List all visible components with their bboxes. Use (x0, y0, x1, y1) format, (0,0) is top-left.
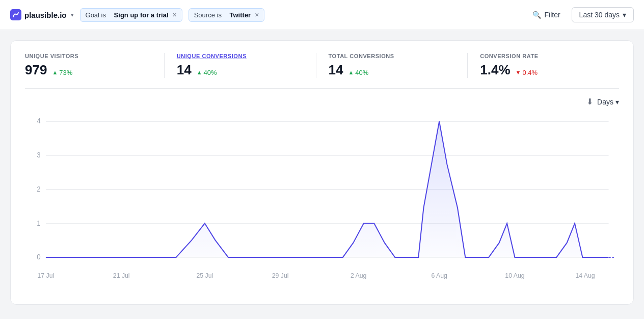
logo[interactable]: plausible.io ▾ (10, 9, 74, 20)
filter-button[interactable]: 🔍 Filter (527, 8, 565, 22)
unique-visitors-stat: UNIQUE VISITORS 979 ▲ 73% (25, 53, 164, 78)
unique-conversions-change-value: 40% (204, 69, 217, 76)
total-conversions-value-row: 14 ▲ 40% (329, 62, 455, 78)
date-range-button[interactable]: Last 30 days ▾ (572, 7, 634, 22)
chart-toolbar: ⬇ Days ▾ (25, 97, 619, 107)
conversion-rate-stat: CONVERSION RATE 1.4% ▼ 0.4% (467, 53, 619, 78)
line-chart: 4 3 2 1 0 17 Jul 21 Jul (25, 111, 619, 294)
up-arrow-icon-2: ▲ (197, 69, 202, 75)
conversion-rate-value-row: 1.4% ▼ 0.4% (480, 62, 607, 78)
unique-conversions-stat: UNIQUE CONVERSIONS 14 ▲ 40% (164, 53, 316, 78)
days-selector-button[interactable]: Days ▾ (597, 98, 619, 106)
up-arrow-icon-3: ▲ (348, 69, 354, 75)
conversion-rate-label: CONVERSION RATE (480, 53, 607, 59)
total-conversions-stat: TOTAL CONVERSIONS 14 ▲ 40% (316, 53, 468, 78)
svg-text:6 Aug: 6 Aug (431, 272, 447, 279)
days-label: Days (597, 98, 613, 106)
total-conversions-label: TOTAL CONVERSIONS (329, 53, 455, 59)
goal-filter-close[interactable]: × (173, 11, 177, 18)
total-conversions-change-value: 40% (355, 69, 368, 76)
stats-row: UNIQUE VISITORS 979 ▲ 73% UNIQUE CONVERS… (25, 53, 619, 89)
goal-filter-prefix: Goal is (86, 11, 106, 19)
download-icon: ⬇ (586, 97, 593, 106)
source-filter-chip: Source is Twitter × (189, 8, 265, 22)
svg-text:1: 1 (37, 219, 40, 227)
download-button[interactable]: ⬇ (586, 97, 593, 107)
svg-text:29 Jul: 29 Jul (272, 272, 289, 279)
svg-text:2 Aug: 2 Aug (351, 272, 366, 279)
filter-label: Filter (544, 11, 560, 19)
unique-conversions-change: ▲ 40% (197, 69, 217, 76)
svg-text:10 Aug: 10 Aug (505, 272, 524, 279)
total-conversions-change: ▲ 40% (348, 69, 368, 76)
goal-filter-value: Sign up for a trial (114, 11, 169, 19)
unique-visitors-label: UNIQUE VISITORS (25, 53, 152, 59)
conversion-rate-change-value: 0.4% (522, 69, 538, 76)
svg-text:2: 2 (37, 185, 40, 193)
search-icon: 🔍 (532, 11, 541, 19)
topbar: plausible.io ▾ Goal is Sign up for a tri… (0, 0, 644, 30)
date-range-chevron-icon: ▾ (623, 11, 626, 19)
source-filter-prefix: Source is (194, 11, 222, 19)
logo-icon (10, 9, 21, 20)
conversion-rate-change: ▼ 0.4% (516, 69, 538, 76)
unique-visitors-change: ▲ 73% (52, 69, 72, 76)
main-content: UNIQUE VISITORS 979 ▲ 73% UNIQUE CONVERS… (0, 30, 644, 319)
total-conversions-value: 14 (329, 62, 343, 78)
unique-visitors-value: 979 (25, 62, 47, 78)
unique-conversions-value-row: 14 ▲ 40% (177, 62, 304, 78)
date-range-label: Last 30 days (579, 11, 620, 19)
days-chevron-icon: ▾ (615, 98, 619, 106)
conversion-rate-value: 1.4% (480, 62, 510, 78)
logo-chevron-icon: ▾ (71, 12, 74, 18)
svg-text:3: 3 (37, 151, 40, 159)
logo-text: plausible.io (24, 11, 67, 19)
down-arrow-icon: ▼ (516, 69, 521, 75)
analytics-card: UNIQUE VISITORS 979 ▲ 73% UNIQUE CONVERS… (10, 40, 634, 305)
svg-text:4: 4 (37, 117, 41, 125)
goal-filter-chip: Goal is Sign up for a trial × (80, 8, 182, 22)
unique-conversions-value: 14 (177, 62, 192, 78)
unique-visitors-value-row: 979 ▲ 73% (25, 62, 152, 78)
svg-text:14 Aug: 14 Aug (575, 272, 595, 279)
up-arrow-icon: ▲ (52, 69, 58, 75)
svg-text:21 Jul: 21 Jul (113, 272, 130, 279)
source-filter-value: Twitter (230, 11, 251, 19)
chart-container: 4 3 2 1 0 17 Jul 21 Jul (25, 111, 619, 294)
unique-conversions-label[interactable]: UNIQUE CONVERSIONS (177, 53, 304, 59)
source-filter-close[interactable]: × (255, 11, 259, 18)
svg-text:25 Jul: 25 Jul (196, 272, 213, 279)
unique-visitors-change-value: 73% (59, 69, 72, 76)
svg-text:17 Jul: 17 Jul (38, 272, 55, 279)
svg-text:0: 0 (37, 253, 40, 261)
